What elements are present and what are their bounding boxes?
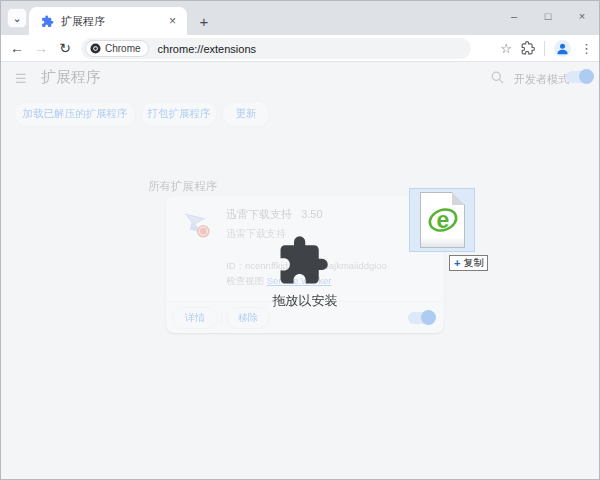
extensions-menu-icon[interactable]: [521, 41, 535, 55]
toggle-knob: [421, 310, 436, 325]
extension-name: 迅雷下载支持: [226, 208, 292, 220]
drag-copy-tooltip: + 复制: [449, 255, 488, 271]
remove-button[interactable]: 移除: [226, 307, 270, 329]
search-icon[interactable]: [490, 70, 505, 85]
plus-icon: +: [454, 257, 460, 269]
hamburger-menu-icon[interactable]: ☰: [15, 71, 27, 86]
tab-title: 扩展程序: [61, 14, 166, 29]
folded-corner-flap: [452, 192, 465, 205]
update-button[interactable]: 更新: [223, 102, 269, 126]
developer-mode-label: 开发者模式: [514, 72, 569, 87]
reload-icon[interactable]: ↻: [53, 40, 77, 56]
svg-text:e: e: [437, 207, 450, 233]
person-icon: [555, 41, 570, 56]
bookmark-star-icon[interactable]: ☆: [500, 41, 512, 56]
chevron-down-icon: ⌄: [12, 12, 21, 25]
browser-window: ⌄ 扩展程序 × + – □ × ← → ↻: [0, 0, 600, 480]
extension-version: 3.50: [301, 208, 322, 220]
toolbar-separator: [544, 41, 545, 56]
footer-separator: [221, 310, 222, 326]
chrome-badge[interactable]: Chrome: [85, 40, 149, 57]
window-controls: – □ ×: [497, 1, 599, 31]
forward-icon[interactable]: →: [29, 40, 53, 56]
maximize-button[interactable]: □: [531, 1, 565, 31]
tab-strip: ⌄ 扩展程序 × + – □ ×: [1, 1, 599, 35]
extension-enable-toggle[interactable]: [408, 312, 434, 324]
chrome-badge-label: Chrome: [105, 43, 141, 54]
thunder-extension-icon: [179, 206, 215, 242]
details-button[interactable]: 详情: [172, 307, 218, 329]
drop-to-install-label: 拖放以安装: [166, 292, 444, 310]
drop-puzzle-icon: [276, 234, 330, 288]
close-button[interactable]: ×: [565, 1, 599, 31]
browser-toolbar: ← → ↻ Chrome chrome://extensions ☆: [1, 35, 599, 61]
toolbar-right: ☆ ⋮: [500, 35, 593, 61]
copy-label: 复制: [463, 256, 483, 270]
load-unpacked-button[interactable]: 加载已解压的扩展程序: [15, 102, 135, 126]
id-label: ID：: [226, 260, 245, 271]
tab-close-icon[interactable]: ×: [166, 14, 179, 28]
developer-mode-toggle[interactable]: [566, 71, 592, 83]
inspect-label: 检查视图: [226, 275, 264, 286]
tab-list-chevron-button[interactable]: ⌄: [7, 8, 27, 28]
all-extensions-label: 所有扩展程序: [148, 179, 217, 194]
chrome-logo-icon: [90, 43, 101, 54]
extensions-page: ☰ 扩展程序 开发者模式 加载已解压的扩展程序 打包扩展程序 更新 所有扩展程序: [1, 61, 599, 480]
profile-avatar[interactable]: [554, 40, 571, 57]
tab-extensions[interactable]: 扩展程序 ×: [29, 7, 187, 35]
file-document-icon: e: [420, 192, 465, 248]
address-bar[interactable]: Chrome chrome://extensions: [81, 38, 471, 59]
new-tab-button[interactable]: +: [193, 10, 215, 32]
document-shading: [421, 237, 464, 247]
toggle-knob: [579, 69, 594, 84]
page-title: 扩展程序: [41, 68, 101, 87]
ie-e-logo-icon: e: [427, 204, 459, 236]
extension-name-row: 迅雷下载支持 3.50: [226, 207, 323, 222]
extension-favicon-icon: [41, 15, 54, 28]
dragged-file: e: [409, 188, 475, 252]
url-text[interactable]: chrome://extensions: [158, 43, 256, 55]
pack-extension-button[interactable]: 打包扩展程序: [142, 102, 216, 126]
minimize-button[interactable]: –: [497, 1, 531, 31]
plus-icon: +: [200, 13, 209, 30]
back-icon[interactable]: ←: [5, 40, 29, 56]
browser-menu-icon[interactable]: ⋮: [580, 41, 593, 56]
